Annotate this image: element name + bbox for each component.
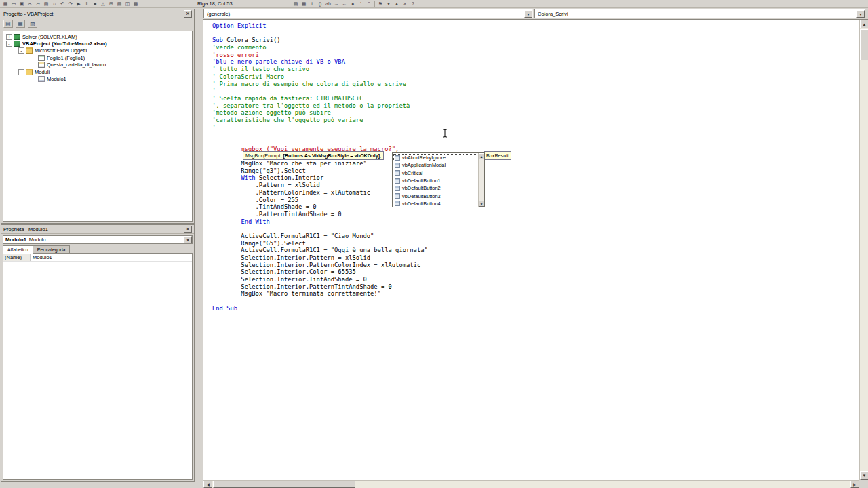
properties-window-icon[interactable]: ▤ — [116, 1, 123, 7]
view-code-icon[interactable]: ▤ — [3, 20, 13, 28]
indent-icon[interactable]: → — [333, 1, 340, 7]
vertical-scroll-thumb[interactable] — [860, 29, 868, 60]
object-dropdown[interactable]: (generale) ▼ — [203, 9, 533, 18]
collapse-icon[interactable]: - — [6, 41, 12, 47]
property-value-cell[interactable]: Modulo1 — [31, 254, 192, 261]
help-icon[interactable]: ? — [410, 1, 416, 7]
toggle-bookmark-icon[interactable]: ⚑ — [377, 1, 384, 7]
parameter-info-icon[interactable]: () — [317, 1, 323, 7]
outdent-icon[interactable]: ← — [341, 1, 348, 7]
selected-object-name: Modulo1 — [5, 237, 26, 243]
previous-bookmark-icon[interactable]: ▲ — [393, 1, 400, 7]
horizontal-scrollbar[interactable]: ◀ ▶ — [203, 480, 859, 488]
quick-info-tooltip-tail: BoxResult — [484, 151, 511, 160]
sheet-icon — [38, 55, 45, 61]
properties-object-selector[interactable]: Modulo1 Modulo ▼ — [3, 235, 193, 244]
chevron-down-icon[interactable]: ▼ — [856, 10, 865, 18]
properties-panel-titlebar: Proprietà - Modulo1 × — [1, 225, 194, 234]
intellisense-dropdown: vbAbortRetryIgnorevbApplicationModalvbCr… — [392, 152, 485, 207]
tree-item[interactable]: Foglio1 (Foglio1) — [3, 54, 192, 61]
scroll-up-icon[interactable]: ▲ — [479, 153, 484, 159]
insert-userform-icon[interactable]: ▭ — [10, 1, 17, 7]
find-icon[interactable]: ○ — [51, 1, 58, 7]
property-name-cell[interactable]: (Name) — [3, 254, 31, 261]
object-browser-icon[interactable]: ◫ — [124, 1, 131, 7]
comment-block-icon[interactable]: ' — [357, 1, 364, 7]
autocomplete-item[interactable]: vbAbortRetryIgnore — [393, 154, 477, 161]
toggle-breakpoint-icon[interactable]: ● — [349, 1, 356, 7]
collapse-icon[interactable]: - — [18, 69, 24, 75]
clear-bookmarks-icon[interactable]: × — [401, 1, 408, 7]
code-editor[interactable]: Option Explicit Sub Colora_Scrivi()'verd… — [203, 19, 868, 488]
code-line: 'metodo azione oggetto può subire — [212, 109, 428, 117]
scroll-left-arrow[interactable]: ◀ — [203, 481, 212, 488]
constant-icon — [395, 170, 400, 176]
code-line — [212, 131, 428, 138]
design-mode-icon[interactable]: △ — [100, 1, 106, 7]
autocomplete-item-label: vbDefaultButton1 — [402, 178, 441, 184]
procedure-dropdown[interactable]: Colora_Scrivi ▼ — [534, 9, 865, 18]
chevron-down-icon[interactable]: ▼ — [184, 236, 192, 243]
tree-item[interactable]: -VBAProject (YouTubeMacro2.xlsm) — [3, 40, 192, 47]
copy-icon[interactable]: ▱ — [35, 1, 41, 7]
autocomplete-item[interactable]: vbApplicationModal — [393, 161, 477, 169]
scroll-down-icon[interactable]: ▼ — [479, 201, 484, 207]
project-panel-toolbar: ▤▦▧ — [1, 18, 194, 29]
project-icon — [14, 41, 20, 47]
quick-info-icon[interactable]: i — [309, 1, 315, 7]
tree-item[interactable]: Modulo1 — [3, 75, 192, 82]
collapse-icon[interactable]: - — [18, 47, 24, 54]
main-toolbar: ▦▭▣✂▱▤○↶↷▶‖■△⊞▤◫▩ Riga 18, Col 53 ▤▦i()a… — [0, 0, 868, 8]
toggle-folders-icon[interactable]: ▧ — [28, 20, 37, 28]
excel-icon[interactable]: ▦ — [2, 1, 9, 7]
project-explorer-icon[interactable]: ⊞ — [108, 1, 115, 7]
save-icon[interactable]: ▣ — [18, 1, 25, 7]
folder-icon — [26, 47, 33, 54]
toolbox-icon[interactable]: ▩ — [132, 1, 139, 7]
tree-item-label: Moduli — [35, 69, 50, 75]
code-line — [212, 298, 428, 305]
complete-word-icon[interactable]: ab — [325, 1, 332, 7]
code-line — [212, 225, 428, 232]
autocomplete-item[interactable]: vbDefaultButton1 — [393, 177, 477, 184]
list-constants-icon[interactable]: ▦ — [300, 1, 307, 7]
redo-icon[interactable]: ↷ — [67, 1, 74, 7]
vertical-scrollbar[interactable]: ▲ ▼ — [859, 20, 868, 488]
autocomplete-item[interactable]: vbCritical — [393, 169, 477, 177]
autocomplete-item[interactable]: vbDefaultButton2 — [393, 184, 477, 192]
properties-panel-close-button[interactable]: × — [184, 226, 192, 233]
uncomment-block-icon[interactable]: '' — [366, 1, 372, 7]
horizontal-scroll-thumb[interactable] — [213, 481, 355, 488]
tree-item[interactable]: -Microsoft Excel Oggetti — [3, 47, 192, 54]
reset-icon[interactable]: ■ — [92, 1, 98, 7]
scroll-right-arrow[interactable]: ▶ — [850, 481, 859, 488]
tree-item[interactable]: +Solver (SOLVER.XLAM) — [3, 33, 192, 40]
code-line: 'rosso errori — [212, 52, 428, 59]
code-line: Selection.Interior.TintAndShade = 0 — [212, 276, 428, 283]
autocomplete-scrollbar[interactable]: ▲ ▼ — [478, 153, 484, 207]
constant-icon — [395, 193, 400, 199]
run-icon[interactable]: ▶ — [75, 1, 82, 7]
properties-grid: (Name)Modulo1 — [3, 253, 193, 480]
bookmark-toolbar-group: ⚑▼▲×? — [377, 1, 416, 7]
paste-icon[interactable]: ▤ — [43, 1, 50, 7]
cut-icon[interactable]: ✂ — [26, 1, 33, 7]
list-properties-icon[interactable]: ▤ — [292, 1, 299, 7]
tree-item[interactable]: -Moduli — [3, 68, 192, 75]
code-line: ' Scelta rapida da tastiera: CTRL+MAIUSC… — [212, 95, 428, 102]
scroll-up-arrow[interactable]: ▲ — [860, 20, 868, 28]
code-line: ' — [212, 124, 428, 131]
break-icon[interactable]: ‖ — [83, 1, 90, 7]
tree-item[interactable]: Questa_cartella_di_lavoro — [3, 62, 192, 68]
autocomplete-item[interactable]: vbDefaultButton3 — [393, 192, 477, 199]
undo-icon[interactable]: ↶ — [59, 1, 66, 7]
tab-alphabetic[interactable]: Alfabetico — [3, 245, 33, 254]
next-bookmark-icon[interactable]: ▼ — [385, 1, 392, 7]
autocomplete-item[interactable]: vbDefaultButton4 — [393, 200, 477, 206]
scroll-down-arrow[interactable]: ▼ — [860, 471, 868, 480]
project-panel-close-button[interactable]: × — [184, 10, 192, 18]
view-object-icon[interactable]: ▦ — [16, 20, 25, 28]
expand-icon[interactable]: + — [6, 34, 12, 40]
code-line — [212, 138, 428, 146]
chevron-down-icon[interactable]: ▼ — [524, 10, 532, 18]
